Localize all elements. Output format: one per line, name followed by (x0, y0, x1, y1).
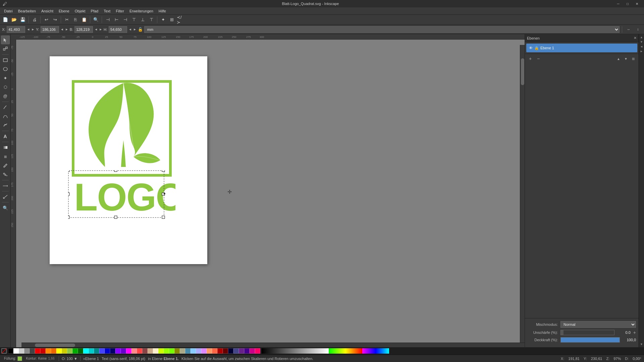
menu-pfad[interactable]: Pfad (88, 8, 101, 14)
measure-tool[interactable] (1, 192, 10, 201)
color-yellow[interactable] (56, 348, 62, 354)
fill-color-swatch[interactable] (17, 356, 22, 361)
unschaerfe-add-button[interactable]: + (633, 330, 636, 335)
color-steel[interactable] (185, 348, 191, 354)
color-olive[interactable] (174, 348, 180, 354)
connector-tool[interactable]: ⟿ (1, 181, 10, 190)
rect-tool[interactable] (1, 56, 10, 64)
menu-hilfe[interactable]: Hilfe (156, 8, 169, 14)
align-top-button[interactable]: ⊤ (130, 16, 138, 24)
remove-layer-button[interactable]: − (535, 55, 542, 62)
star-tool[interactable]: ✦ (1, 74, 10, 82)
menu-ebene[interactable]: Ebene (56, 8, 72, 14)
h-scroll-thumb[interactable] (35, 344, 75, 347)
color-coral[interactable] (212, 348, 217, 354)
color-brown[interactable] (142, 348, 148, 354)
color-lgray[interactable] (19, 348, 24, 354)
h-input[interactable] (109, 26, 127, 33)
menu-objekt[interactable]: Objekt (72, 8, 88, 14)
color-hot-pink[interactable] (255, 348, 260, 354)
color-darkblue[interactable] (228, 348, 233, 354)
deckkraft-bar[interactable] (560, 337, 620, 343)
xml-button[interactable]: ≺/≻ (176, 16, 184, 24)
menu-filter[interactable]: Filter (113, 8, 126, 14)
color-teal[interactable] (94, 348, 99, 354)
align-left-button[interactable]: ⊣ (104, 16, 112, 24)
y-arrow-left[interactable]: ◄ (60, 27, 64, 31)
node-tool[interactable] (1, 45, 10, 53)
color-cyan2[interactable] (89, 348, 94, 354)
spiral-tool[interactable]: @ (1, 92, 10, 101)
y-arrow-right[interactable]: ► (65, 27, 68, 31)
align-center-button[interactable]: ⊢ (112, 16, 120, 24)
scroll-end-button[interactable]: ▼ (639, 342, 644, 347)
color-purple2[interactable] (121, 348, 126, 354)
scroll-left-button[interactable]: ◄ (639, 44, 644, 49)
maximize-button[interactable]: □ (623, 1, 632, 7)
move-layer-up-button[interactable]: ▲ (615, 55, 622, 62)
duplicate-layer-button[interactable]: ⊞ (630, 55, 637, 62)
open-button[interactable]: 📂 (10, 16, 18, 24)
color-dgreen[interactable] (78, 348, 83, 354)
color-maroon[interactable] (223, 348, 228, 354)
text-tool[interactable]: A (1, 132, 10, 141)
color-salmon[interactable] (207, 348, 212, 354)
gradient-tool[interactable] (1, 143, 10, 152)
h-arrow-right[interactable]: ► (133, 27, 137, 31)
color-black[interactable] (8, 348, 13, 354)
flip-v-button[interactable]: ↕ (634, 25, 642, 34)
color-navy[interactable] (110, 348, 115, 354)
color-lgreen[interactable] (67, 348, 72, 354)
color-orange[interactable] (46, 348, 51, 354)
dropper-tool[interactable] (1, 161, 10, 170)
paste-button[interactable]: 📋 (80, 16, 88, 24)
undo-button[interactable]: ↩ (42, 16, 50, 24)
copy-button[interactable]: ⎘ (71, 16, 79, 24)
color-white[interactable] (13, 348, 19, 354)
transform-button[interactable]: ⊞ (168, 16, 176, 24)
color-gradient-swatch2[interactable] (362, 348, 389, 354)
h-arrow-left[interactable]: ◄ (128, 27, 132, 31)
scroll-right-button[interactable]: ► (639, 49, 644, 54)
color-lime[interactable] (158, 348, 164, 354)
menu-datei[interactable]: Datei (1, 8, 15, 14)
color-pink[interactable] (131, 348, 137, 354)
color-red[interactable] (35, 348, 40, 354)
calligraphy-tool[interactable] (1, 121, 10, 130)
align-bottom-button[interactable]: ⊤ (147, 16, 155, 24)
select-tool[interactable] (1, 36, 10, 44)
lock-proportions-icon[interactable]: 🔓 (138, 27, 143, 32)
align-middle-button[interactable]: ⊥ (139, 16, 147, 24)
vertical-scrollbar[interactable] (520, 45, 525, 343)
color-violet[interactable] (201, 348, 207, 354)
color-indigo[interactable] (233, 348, 239, 354)
canvas-viewport[interactable]: LOGO ◀ ▶ (16, 40, 525, 347)
color-grape[interactable] (239, 348, 244, 354)
flip-h-button[interactable]: ↔ (625, 25, 633, 34)
color-lavender[interactable] (196, 348, 201, 354)
nodes-button[interactable]: ✦ (159, 16, 167, 24)
move-layer-down-button[interactable]: ▼ (623, 55, 629, 62)
menu-bearbeiten[interactable]: Bearbeiten (15, 8, 39, 14)
b-arrow-left[interactable]: ◄ (94, 27, 98, 31)
color-yellow2[interactable] (62, 348, 67, 354)
b-input[interactable] (74, 26, 93, 33)
color-rose[interactable] (137, 348, 142, 354)
x-arrow-left[interactable]: ◄ (26, 27, 30, 31)
color-purple[interactable] (115, 348, 121, 354)
x-input[interactable] (7, 26, 25, 33)
layer-row-1[interactable]: 👁 🔒 Ebene 1 (526, 44, 637, 52)
color-gradient-swatch[interactable] (329, 348, 362, 354)
print-button[interactable]: 🖨 (31, 16, 39, 24)
unit-select[interactable]: mm px pt (144, 26, 620, 33)
color-red2[interactable] (40, 348, 46, 354)
y-input[interactable] (41, 26, 59, 33)
paint-bucket-tool[interactable] (1, 170, 10, 179)
bezier-tool[interactable] (1, 112, 10, 121)
scroll-down-button[interactable]: ▼ (639, 40, 644, 44)
color-dgray[interactable] (30, 348, 35, 354)
save-button[interactable]: 💾 (19, 16, 27, 24)
color-orange2[interactable] (51, 348, 56, 354)
mesh-gradient-tool[interactable]: ⊞ (1, 152, 10, 161)
new-button[interactable]: 📄 (1, 16, 9, 24)
